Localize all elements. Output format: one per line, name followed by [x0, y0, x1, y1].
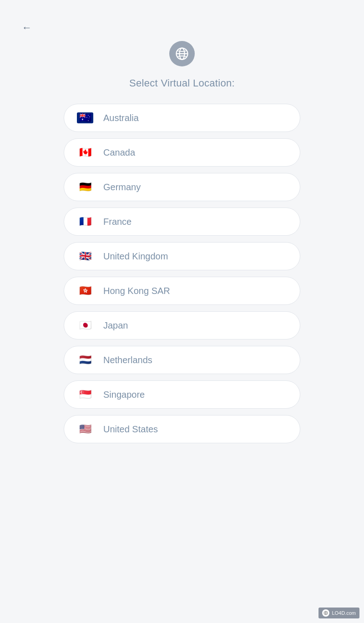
page-title: Select Virtual Location: — [129, 77, 235, 89]
location-name-united-kingdom: United Kingdom — [103, 251, 168, 262]
watermark: LO4D.com — [318, 608, 359, 618]
flag-singapore — [77, 389, 93, 400]
location-list: AustraliaCanadaGermanyFranceUnited Kingd… — [64, 104, 300, 471]
location-name-france: France — [103, 217, 131, 227]
location-item-hong-kong[interactable]: Hong Kong SAR — [64, 277, 300, 305]
flag-germany — [77, 182, 93, 192]
location-item-united-states[interactable]: United States — [64, 415, 300, 443]
watermark-icon — [322, 609, 329, 617]
location-name-singapore: Singapore — [103, 390, 145, 400]
location-name-hong-kong: Hong Kong SAR — [103, 286, 170, 296]
flag-united-states — [77, 424, 93, 435]
location-item-france[interactable]: France — [64, 208, 300, 236]
location-name-australia: Australia — [103, 113, 139, 123]
flag-hong-kong — [77, 285, 93, 296]
back-button[interactable]: ← — [18, 18, 35, 37]
location-item-canada[interactable]: Canada — [64, 138, 300, 167]
flag-netherlands — [77, 355, 93, 365]
flag-canada — [77, 147, 93, 158]
location-name-germany: Germany — [103, 182, 141, 192]
location-item-netherlands[interactable]: Netherlands — [64, 346, 300, 374]
flag-france — [77, 216, 93, 227]
location-name-netherlands: Netherlands — [103, 355, 152, 365]
globe-icon — [169, 41, 195, 66]
watermark-text: LO4D.com — [332, 610, 356, 616]
location-item-germany[interactable]: Germany — [64, 173, 300, 201]
flag-united-kingdom — [77, 251, 93, 262]
flag-japan — [77, 320, 93, 331]
location-name-canada: Canada — [103, 147, 135, 158]
location-item-australia[interactable]: Australia — [64, 104, 300, 132]
location-item-singapore[interactable]: Singapore — [64, 380, 300, 409]
location-item-japan[interactable]: Japan — [64, 311, 300, 339]
flag-australia — [77, 112, 93, 123]
location-name-japan: Japan — [103, 320, 128, 331]
location-name-united-states: United States — [103, 424, 158, 435]
location-item-united-kingdom[interactable]: United Kingdom — [64, 242, 300, 270]
